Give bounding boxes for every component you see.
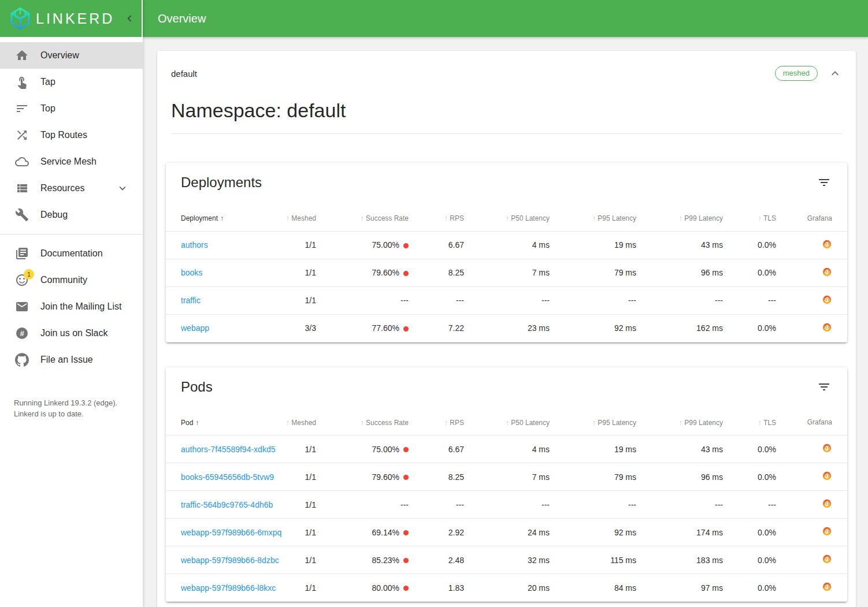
column-header-success-rate[interactable]: ↑Success Rate: [316, 206, 409, 231]
chevron-down-icon[interactable]: [116, 182, 129, 195]
p95-cell: 115 ms: [550, 546, 636, 574]
pod-link[interactable]: authors-7f45589f94-xdkd5: [181, 445, 275, 454]
pod-name-cell: traffic-564b9c9765-4dh6b: [166, 491, 281, 519]
sidebar-item-join-the-mailing-list[interactable]: Join the Mailing List: [0, 293, 143, 320]
column-header-p50-latency[interactable]: ↑P50 Latency: [464, 206, 550, 231]
pod-row: authors-7f45589f94-xdkd51/175.00%6.674 m…: [166, 435, 847, 463]
tls-cell: ---: [723, 286, 776, 314]
p50-cell: 4 ms: [464, 231, 550, 259]
p95-cell: 92 ms: [550, 519, 636, 546]
column-header-tls[interactable]: ↑TLS: [723, 206, 776, 231]
deployment-link[interactable]: traffic: [181, 296, 201, 305]
column-header-rps[interactable]: ↑RPS: [409, 410, 464, 435]
rps-cell: 7.22: [409, 314, 464, 342]
column-header-meshed[interactable]: ↑Meshed: [281, 206, 316, 231]
sidebar-item-service-mesh[interactable]: Service Mesh: [0, 148, 143, 175]
success-rate-cell: 69.14%: [316, 519, 409, 546]
pod-name-cell: books-65945656db-5tvw9: [166, 463, 281, 491]
success-rate-cell: 79.60%: [316, 463, 409, 491]
success-rate-cell: ---: [316, 286, 409, 314]
deployment-link[interactable]: authors: [181, 240, 208, 249]
p99-cell: 162 ms: [636, 314, 723, 342]
main-content: default meshed Namespace: default Deploy…: [143, 37, 868, 607]
grafana-cell: [776, 463, 847, 491]
grafana-icon[interactable]: [822, 239, 832, 249]
sort-arrow-icon: ↑: [679, 418, 683, 427]
column-header-p99-latency[interactable]: ↑P99 Latency: [636, 206, 723, 231]
success-rate-status-dot: [403, 243, 409, 248]
sidebar-item-top-routes[interactable]: Top Routes: [0, 122, 143, 148]
sidebar-collapse-icon[interactable]: [123, 12, 136, 25]
sidebar-item-resources[interactable]: Resources: [0, 175, 143, 202]
pod-row: traffic-564b9c9765-4dh6b1/1-------------…: [166, 491, 847, 519]
grafana-icon[interactable]: [822, 582, 832, 592]
collapse-panel-button[interactable]: [828, 66, 842, 80]
sidebar-item-community[interactable]: 1Community: [0, 267, 143, 293]
grafana-icon[interactable]: [822, 295, 832, 305]
sidebar-item-tap[interactable]: Tap: [0, 69, 143, 95]
sidebar-item-debug[interactable]: Debug: [0, 202, 143, 228]
column-header-grafana: Grafana: [776, 410, 847, 435]
pod-row: webapp-597f989b66-l8kxc1/180.00%1.8320 m…: [166, 574, 847, 602]
column-header-meshed[interactable]: ↑Meshed: [281, 410, 316, 435]
column-header-p95-latency[interactable]: ↑P95 Latency: [550, 410, 636, 435]
deployment-link[interactable]: webapp: [181, 323, 209, 333]
grafana-icon[interactable]: [822, 443, 832, 453]
sidebar-item-label: Join us on Slack: [40, 328, 108, 338]
sort-arrow-icon: ↑: [506, 418, 510, 427]
tls-cell: 0.0%: [723, 546, 776, 574]
filter-button[interactable]: [817, 176, 831, 189]
success-rate-cell: ---: [316, 491, 409, 519]
column-header-pod[interactable]: Pod↑: [166, 410, 281, 435]
deployment-name-cell: traffic: [166, 286, 281, 314]
pod-link[interactable]: traffic-564b9c9765-4dh6b: [181, 500, 273, 509]
column-header-p99-latency[interactable]: ↑P99 Latency: [636, 410, 723, 435]
filter-button[interactable]: [817, 380, 831, 394]
success-rate-status-dot: [403, 447, 409, 452]
column-header-p95-latency[interactable]: ↑P95 Latency: [550, 206, 636, 231]
deployment-link[interactable]: books: [181, 268, 202, 277]
grafana-icon[interactable]: [822, 471, 832, 481]
grafana-icon[interactable]: [822, 554, 832, 564]
meshed-badge: meshed: [775, 66, 818, 81]
grafana-icon[interactable]: [822, 267, 832, 277]
sidebar-item-overview[interactable]: Overview: [0, 42, 143, 69]
tls-cell: 0.0%: [723, 463, 776, 491]
deployment-name-cell: webapp: [166, 314, 281, 342]
mail-icon: [15, 300, 29, 314]
pod-link[interactable]: webapp-597f989b66-6mxpq: [181, 528, 281, 537]
rps-cell: ---: [409, 491, 464, 519]
grafana-cell: [776, 519, 847, 546]
success-rate-status-dot: [403, 530, 409, 535]
meshed-cell: 1/1: [281, 231, 316, 259]
grafana-icon[interactable]: [822, 322, 832, 333]
sidebar-item-file-an-issue[interactable]: File an Issue: [0, 347, 143, 373]
shuffle-icon: [15, 128, 29, 142]
sort-arrow-icon: ↑: [592, 418, 596, 427]
column-header-p50-latency[interactable]: ↑P50 Latency: [464, 410, 550, 435]
column-header-success-rate[interactable]: ↑Success Rate: [316, 410, 409, 435]
deployments-card-title: Deployments: [181, 174, 262, 191]
sidebar: LINKERD OverviewTapTopTop RoutesService …: [0, 0, 143, 607]
rps-cell: 8.25: [409, 463, 464, 491]
sidebar-item-top[interactable]: Top: [0, 95, 143, 122]
column-header-deployment[interactable]: Deployment↑: [166, 206, 281, 231]
grafana-cell: [776, 546, 847, 574]
sidebar-item-join-us-on-slack[interactable]: #Join us on Slack: [0, 320, 143, 347]
divider: [171, 133, 842, 134]
sidebar-item-label: Join the Mailing List: [40, 301, 122, 312]
column-header-rps[interactable]: ↑RPS: [409, 206, 464, 231]
pod-row: webapp-597f989b66-8dzbc1/185.23%2.4832 m…: [166, 546, 847, 574]
grafana-icon[interactable]: [822, 498, 832, 509]
grafana-icon[interactable]: [822, 526, 832, 537]
p99-cell: ---: [636, 491, 723, 519]
sidebar-item-documentation[interactable]: Documentation: [0, 240, 143, 267]
pod-link[interactable]: books-65945656db-5tvw9: [181, 472, 274, 482]
column-header-tls[interactable]: ↑TLS: [723, 410, 776, 435]
tap-icon: [15, 75, 29, 89]
pod-link[interactable]: webapp-597f989b66-8dzbc: [181, 556, 279, 565]
tls-cell: 0.0%: [723, 435, 776, 463]
pod-link[interactable]: webapp-597f989b66-l8kxc: [181, 583, 276, 593]
meshed-cell: 1/1: [281, 286, 316, 314]
sort-arrow-icon: ↑: [360, 418, 364, 427]
